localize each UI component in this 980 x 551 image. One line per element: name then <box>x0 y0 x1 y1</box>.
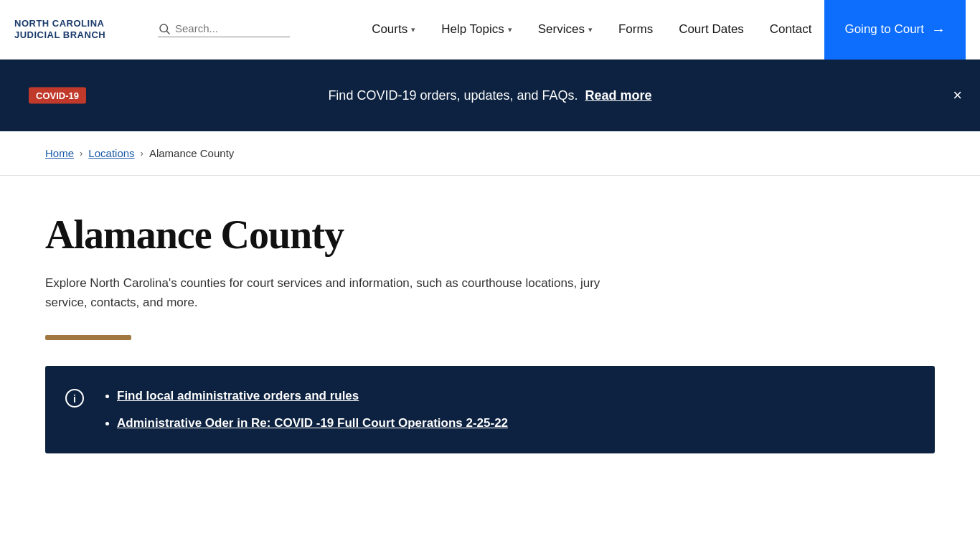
gold-divider <box>45 335 131 340</box>
services-label: Services <box>538 22 585 37</box>
info-circle-icon: i <box>65 389 84 412</box>
page-title: Alamance County <box>45 212 935 258</box>
breadcrumb-current: Alamance County <box>149 147 234 159</box>
breadcrumb-locations[interactable]: Locations <box>88 147 134 159</box>
logo[interactable]: NORTH CAROLINA JUDICIAL BRANCH <box>14 18 143 40</box>
site-header: NORTH CAROLINA JUDICIAL BRANCH Courts ▾ … <box>0 0 980 60</box>
covid-badge: COVID-19 <box>29 88 86 104</box>
forms-label: Forms <box>618 22 653 37</box>
help-topics-chevron-icon: ▾ <box>508 25 512 34</box>
breadcrumb-home[interactable]: Home <box>45 147 74 159</box>
search-area[interactable] <box>158 22 290 37</box>
breadcrumb-sep-2: › <box>141 148 143 159</box>
main-nav: Courts ▾ Help Topics ▾ Services ▾ Forms … <box>359 0 824 60</box>
svg-line-1 <box>166 31 169 34</box>
court-dates-label: Court Dates <box>679 22 744 37</box>
page-description: Explore North Carolina's counties for co… <box>45 273 605 312</box>
covid-banner: COVID-19 Find COVID-19 orders, updates, … <box>0 60 980 131</box>
list-item: Find local administrative orders and rul… <box>117 389 508 403</box>
contact-label: Contact <box>770 22 812 37</box>
svg-text:i: i <box>73 393 76 405</box>
going-to-court-button[interactable]: Going to Court → <box>824 0 966 60</box>
nav-forms[interactable]: Forms <box>606 0 666 60</box>
admin-orders-link[interactable]: Find local administrative orders and rul… <box>117 389 359 402</box>
services-chevron-icon: ▾ <box>588 25 593 34</box>
breadcrumb-sep-1: › <box>80 148 83 159</box>
nav-court-dates[interactable]: Court Dates <box>666 0 757 60</box>
covid-operations-link[interactable]: Administrative Oder in Re: COVID -19 Ful… <box>117 416 508 430</box>
going-to-court-label: Going to Court <box>844 22 924 37</box>
nav-services[interactable]: Services ▾ <box>525 0 606 60</box>
logo-line2: JUDICIAL BRANCH <box>14 29 143 41</box>
help-topics-label: Help Topics <box>441 22 504 37</box>
covid-message: Find COVID-19 orders, updates, and FAQs.… <box>328 88 651 103</box>
nav-contact[interactable]: Contact <box>757 0 825 60</box>
info-box: i Find local administrative orders and r… <box>45 366 935 453</box>
info-links-list: Find local administrative orders and rul… <box>103 389 508 430</box>
nav-courts[interactable]: Courts ▾ <box>359 0 428 60</box>
list-item: Administrative Oder in Re: COVID -19 Ful… <box>117 416 508 430</box>
search-icon <box>158 22 171 35</box>
covid-banner-close-button[interactable]: × <box>953 88 962 103</box>
covid-read-more-link[interactable]: Read more <box>585 88 652 103</box>
courts-label: Courts <box>372 22 407 37</box>
main-content: Alamance County Explore North Carolina's… <box>0 176 980 482</box>
nav-help-topics[interactable]: Help Topics ▾ <box>428 0 525 60</box>
arrow-right-icon: → <box>931 22 946 38</box>
logo-line1: NORTH CAROLINA <box>14 18 143 29</box>
courts-chevron-icon: ▾ <box>411 25 415 34</box>
search-input[interactable] <box>175 22 290 34</box>
svg-point-0 <box>160 24 168 32</box>
breadcrumb: Home › Locations › Alamance County <box>0 131 980 176</box>
